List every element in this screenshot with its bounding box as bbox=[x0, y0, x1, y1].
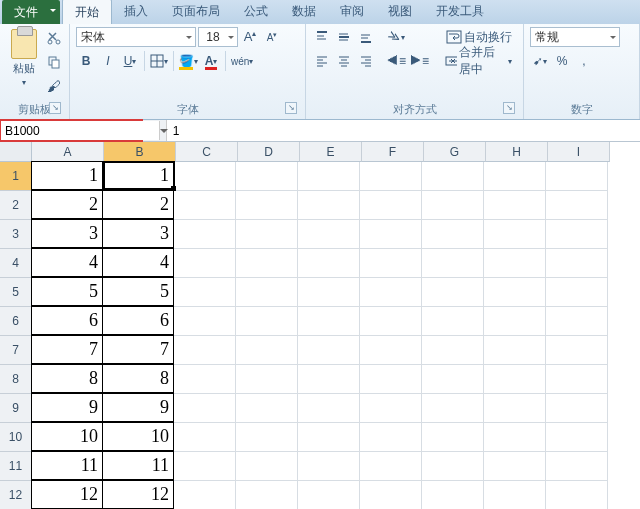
align-right-button[interactable] bbox=[356, 51, 376, 71]
name-box-dropdown[interactable] bbox=[159, 121, 168, 140]
merge-center-button[interactable]: 合并后居中 ▾ bbox=[440, 51, 517, 71]
cell[interactable]: 2 bbox=[31, 190, 103, 219]
cell[interactable] bbox=[546, 249, 608, 278]
cell[interactable] bbox=[236, 249, 298, 278]
col-header-E[interactable]: E bbox=[300, 142, 362, 162]
font-size-select[interactable]: 18 bbox=[198, 27, 238, 47]
cell[interactable] bbox=[236, 365, 298, 394]
cell[interactable] bbox=[174, 481, 236, 509]
clipboard-launcher[interactable]: ↘ bbox=[49, 102, 61, 114]
col-header-D[interactable]: D bbox=[238, 142, 300, 162]
align-bottom-button[interactable] bbox=[356, 27, 376, 47]
col-header-G[interactable]: G bbox=[424, 142, 486, 162]
cell[interactable]: 2 bbox=[102, 190, 174, 219]
tab-审阅[interactable]: 审阅 bbox=[328, 0, 376, 24]
align-top-button[interactable] bbox=[312, 27, 332, 47]
row-header[interactable]: 7 bbox=[0, 336, 32, 365]
cell[interactable]: 3 bbox=[102, 219, 174, 248]
row-header[interactable]: 2 bbox=[0, 191, 32, 220]
font-name-select[interactable]: 宋体 bbox=[76, 27, 196, 47]
cell[interactable] bbox=[484, 336, 546, 365]
cell[interactable] bbox=[484, 278, 546, 307]
cell[interactable] bbox=[174, 423, 236, 452]
decrease-indent-button[interactable]: ⯇≡ bbox=[386, 51, 407, 71]
cell[interactable] bbox=[298, 394, 360, 423]
cell[interactable] bbox=[422, 191, 484, 220]
cell[interactable]: 9 bbox=[102, 393, 174, 422]
cell[interactable] bbox=[236, 452, 298, 481]
cell[interactable] bbox=[360, 365, 422, 394]
tab-插入[interactable]: 插入 bbox=[112, 0, 160, 24]
cell[interactable] bbox=[298, 481, 360, 509]
cell[interactable] bbox=[422, 278, 484, 307]
tab-开发工具[interactable]: 开发工具 bbox=[424, 0, 496, 24]
cell[interactable] bbox=[546, 452, 608, 481]
cell[interactable] bbox=[174, 365, 236, 394]
cell[interactable] bbox=[546, 481, 608, 509]
row-header[interactable]: 3 bbox=[0, 220, 32, 249]
cell[interactable] bbox=[360, 394, 422, 423]
row-header[interactable]: 10 bbox=[0, 423, 32, 452]
tab-数据[interactable]: 数据 bbox=[280, 0, 328, 24]
cell[interactable] bbox=[236, 278, 298, 307]
cell[interactable] bbox=[298, 307, 360, 336]
cell[interactable] bbox=[174, 336, 236, 365]
decrease-font-button[interactable]: A▾ bbox=[262, 27, 282, 47]
col-header-F[interactable]: F bbox=[362, 142, 424, 162]
row-header[interactable]: 8 bbox=[0, 365, 32, 394]
cell[interactable] bbox=[360, 307, 422, 336]
name-box[interactable] bbox=[1, 121, 159, 140]
tab-页面布局[interactable]: 页面布局 bbox=[160, 0, 232, 24]
cell[interactable]: 1 bbox=[102, 161, 174, 190]
row-header[interactable]: 5 bbox=[0, 278, 32, 307]
cell[interactable] bbox=[298, 423, 360, 452]
cell[interactable] bbox=[422, 394, 484, 423]
cell[interactable] bbox=[422, 162, 484, 191]
row-header[interactable]: 6 bbox=[0, 307, 32, 336]
tab-视图[interactable]: 视图 bbox=[376, 0, 424, 24]
underline-button[interactable]: U▾ bbox=[120, 51, 140, 71]
cell[interactable] bbox=[422, 249, 484, 278]
cells-area[interactable]: 112233445566778899101011111212 bbox=[32, 162, 608, 509]
alignment-launcher[interactable]: ↘ bbox=[503, 102, 515, 114]
cell[interactable] bbox=[236, 481, 298, 509]
col-header-B[interactable]: B bbox=[104, 142, 176, 162]
cell[interactable] bbox=[484, 162, 546, 191]
cell[interactable]: 6 bbox=[31, 306, 103, 335]
cell[interactable]: 12 bbox=[102, 480, 174, 509]
cell[interactable] bbox=[174, 220, 236, 249]
cell[interactable] bbox=[484, 452, 546, 481]
cell[interactable] bbox=[422, 336, 484, 365]
italic-button[interactable]: I bbox=[98, 51, 118, 71]
cell[interactable] bbox=[360, 423, 422, 452]
cell[interactable]: 7 bbox=[31, 335, 103, 364]
row-header[interactable]: 1 bbox=[0, 162, 32, 191]
cell[interactable]: 5 bbox=[31, 277, 103, 306]
cell[interactable]: 10 bbox=[102, 422, 174, 451]
copy-button[interactable] bbox=[45, 53, 63, 71]
font-color-button[interactable]: A▾ bbox=[201, 51, 221, 71]
row-header[interactable]: 4 bbox=[0, 249, 32, 278]
cell[interactable] bbox=[174, 191, 236, 220]
cell[interactable] bbox=[298, 365, 360, 394]
format-painter-button[interactable]: 🖌 bbox=[45, 77, 63, 95]
cell[interactable] bbox=[484, 249, 546, 278]
col-header-I[interactable]: I bbox=[548, 142, 610, 162]
align-center-button[interactable] bbox=[334, 51, 354, 71]
tab-file[interactable]: 文件 bbox=[2, 0, 60, 24]
cell[interactable] bbox=[236, 162, 298, 191]
cell[interactable] bbox=[174, 249, 236, 278]
cell[interactable]: 4 bbox=[102, 248, 174, 277]
bold-button[interactable]: B bbox=[76, 51, 96, 71]
row-header[interactable]: 12 bbox=[0, 481, 32, 509]
cell[interactable] bbox=[174, 162, 236, 191]
cell[interactable] bbox=[360, 162, 422, 191]
cell[interactable] bbox=[236, 423, 298, 452]
cell[interactable] bbox=[360, 220, 422, 249]
fill-color-button[interactable]: 🪣▾ bbox=[178, 51, 199, 71]
cell[interactable] bbox=[484, 307, 546, 336]
formula-input[interactable]: 1 bbox=[166, 120, 640, 141]
cell[interactable] bbox=[422, 481, 484, 509]
row-header[interactable]: 9 bbox=[0, 394, 32, 423]
cell[interactable] bbox=[484, 394, 546, 423]
